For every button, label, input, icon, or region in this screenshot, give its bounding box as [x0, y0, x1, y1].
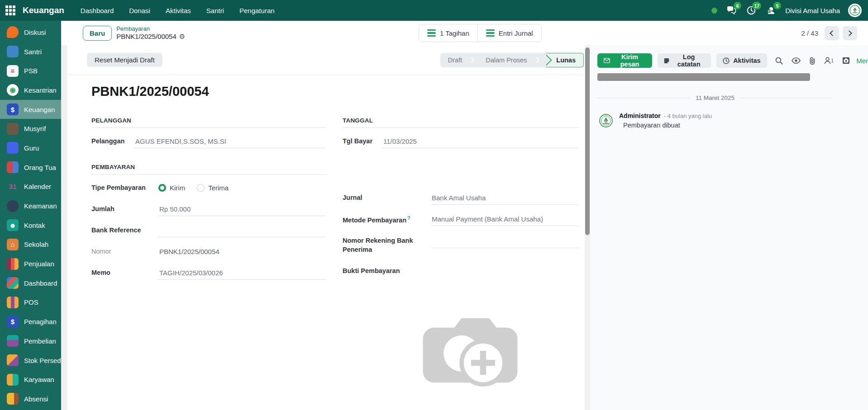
sidebar-item-keuangan[interactable]: $ Keuangan	[0, 100, 61, 119]
radio-kirim[interactable]: Kirim	[158, 184, 185, 192]
sidebar-item-kesantrian[interactable]: ◉ Kesantrian	[0, 80, 61, 100]
pager: 2 / 43	[801, 26, 857, 40]
section-tanggal: TANGGAL	[343, 117, 579, 128]
sidebar-item-penagihan[interactable]: $ Penagihan	[0, 312, 61, 331]
app-title[interactable]: Keuangan	[23, 5, 64, 15]
topbar: Keuangan DashboardDonasiAktivitasSantriP…	[0, 0, 868, 21]
sidebar: Diskusi Santri ≡ PSB ◉ Kesantrian $ Keua…	[0, 21, 61, 410]
followers-icon[interactable]: 1	[824, 57, 834, 64]
user-avatar[interactable]	[848, 4, 862, 17]
sidebar-item-sekolah[interactable]: ⌂ Sekolah	[0, 235, 61, 254]
field-bank-reference: Bank Reference	[91, 225, 326, 237]
pelanggan-input[interactable]: AGUS EFENDI,S.SOS, MS.SI	[134, 136, 326, 148]
sidebar-item-dashboard[interactable]: Dashboard	[0, 273, 61, 293]
clock-icon	[723, 57, 730, 64]
sidebar-item-absensi[interactable]: Absensi	[0, 389, 61, 409]
top-menu-dashboard[interactable]: Dashboard	[81, 7, 114, 14]
metode-pembayaran-input[interactable]: Manual Payment (Bank Amal Usaha)	[431, 214, 579, 226]
list-icon	[427, 29, 436, 37]
sidebar-item-psb[interactable]: ≡ PSB	[0, 61, 61, 80]
jumlah-input[interactable]: Rp 50.000	[158, 204, 326, 216]
activities-clock-icon[interactable]: 17	[745, 5, 757, 16]
top-menu-donasi[interactable]: Donasi	[129, 7, 150, 14]
activities-badge: 17	[752, 2, 761, 9]
sidebar-item-diskusi[interactable]: Diskusi	[0, 23, 61, 42]
snapshot-icon[interactable]	[842, 57, 850, 64]
top-menu-santri[interactable]: Santri	[206, 7, 224, 14]
sidebar-item-musyrif[interactable]: Musyrif	[0, 119, 61, 138]
reset-to-draft-button[interactable]: Reset Menjadi Draft	[87, 53, 162, 67]
radio-selected-icon	[158, 184, 166, 192]
field-rekening: Nomor Rekening Bank Penerima	[343, 235, 579, 254]
message-author[interactable]: Administrator	[619, 112, 661, 119]
mentor-icon	[7, 123, 19, 135]
jurnal-input[interactable]: Bank Amal Usaha	[431, 193, 579, 205]
breadcrumb-current: PBNK1/2025/00054	[116, 33, 176, 40]
new-button[interactable]: Baru	[83, 26, 112, 41]
chatter-toolbar: Kirim pesan Log catatan Aktivitas	[597, 53, 868, 68]
camera-plus-placeholder-icon[interactable]	[418, 309, 522, 396]
activity-button[interactable]: Aktivitas	[716, 53, 767, 68]
presence-indicator-icon	[711, 8, 717, 14]
status-step-dalam-proses[interactable]: Dalam Proses	[478, 53, 546, 67]
control-bar: Baru Pembayaran PBNK1/2025/00054 ⚙ 1 Tag…	[61, 21, 868, 45]
sidebar-item-pos[interactable]: POS	[0, 293, 61, 312]
message-item: Administrator - 4 bulan yang lalu Pembay…	[597, 112, 842, 129]
chatter-panel: Kirim pesan Log catatan Aktivitas	[590, 45, 868, 410]
calendar-icon: 31	[7, 181, 19, 193]
top-menu-aktivitas[interactable]: Aktivitas	[166, 7, 191, 14]
help-icon[interactable]: ?	[407, 215, 410, 221]
sidebar-item-kalender[interactable]: 31 Kalender	[0, 177, 61, 197]
send-message-button[interactable]: Kirim pesan	[597, 53, 652, 68]
payment-requests-icon[interactable]: $ 5	[765, 5, 777, 16]
tagihan-smart-button[interactable]: 1 Tagihan	[419, 24, 477, 42]
paperclip-icon[interactable]	[809, 57, 816, 65]
sidebar-item-keamanan[interactable]: Keamanan	[0, 196, 61, 216]
sidebar-item-karyawan[interactable]: Karyawan	[0, 370, 61, 389]
author-avatar[interactable]	[597, 112, 615, 129]
sidebar-item-orang-tua[interactable]: Orang Tua	[0, 158, 61, 177]
pager-previous-button[interactable]	[825, 26, 839, 40]
dashboard-icon	[7, 277, 19, 289]
top-menu-pengaturan[interactable]: Pengaturan	[239, 7, 275, 14]
nomor-value: PBNK1/2025/00054	[158, 246, 326, 259]
sidebar-item-kontak[interactable]: ☻ Kontak	[0, 216, 61, 235]
section-pembayaran: PEMBAYARAN	[91, 164, 326, 174]
log-note-button[interactable]: Log catatan	[658, 53, 711, 68]
field-tgl-bayar: Tgl Bayar 11/03/2025	[343, 136, 579, 148]
apps-menu-icon[interactable]	[5, 5, 15, 15]
follow-button[interactable]: Mer	[856, 57, 868, 65]
sidebar-item-stok-persediaan[interactable]: Stok Persediaan	[0, 351, 61, 370]
entri-jurnal-smart-button[interactable]: Entri Jurnal	[477, 24, 541, 42]
date-divider: 11 Maret 2025	[597, 94, 833, 101]
status-pipeline: DraftDalam ProsesLunas	[440, 53, 584, 67]
chevron-left-icon	[830, 30, 835, 36]
eye-icon[interactable]	[792, 57, 801, 64]
pager-next-button[interactable]	[843, 26, 857, 40]
scrollbar-thumb[interactable]	[585, 47, 590, 235]
followers-count: 1	[831, 58, 834, 63]
main-area: Baru Pembayaran PBNK1/2025/00054 ⚙ 1 Tag…	[61, 21, 868, 410]
user-menu[interactable]: Divisi Amal Usaha	[785, 7, 840, 14]
vertical-scrollbar[interactable]	[585, 45, 590, 410]
breadcrumb-parent[interactable]: Pembayaran	[116, 26, 185, 33]
billing-icon: $	[7, 316, 19, 328]
status-step-lunas[interactable]: Lunas	[546, 53, 584, 67]
sidebar-item-penjualan[interactable]: Penjualan	[0, 254, 61, 273]
messages-icon[interactable]: 6	[725, 5, 737, 16]
search-messages-icon[interactable]	[775, 57, 783, 65]
sidebar-item-pembelian[interactable]: Pembelian	[0, 331, 61, 351]
radio-terima[interactable]: Terima	[197, 184, 229, 192]
memo-input[interactable]: TAGIH/2025/03/0026	[158, 268, 326, 280]
sidebar-item-santri[interactable]: Santri	[0, 42, 61, 61]
sidebar-item-guru[interactable]: Guru	[0, 138, 61, 158]
tgl-bayar-input[interactable]: 11/03/2025	[382, 136, 579, 148]
gear-icon[interactable]: ⚙	[179, 33, 185, 40]
rekening-input[interactable]	[431, 236, 579, 248]
teacher-icon	[7, 142, 19, 154]
form-view: Reset Menjadi Draft DraftDalam ProsesLun…	[67, 45, 585, 410]
field-jumlah: Jumlah Rp 50.000	[91, 204, 326, 216]
status-step-draft[interactable]: Draft	[440, 53, 478, 67]
message-body: Pembayaran dibuat	[619, 122, 712, 129]
bank-reference-input[interactable]	[158, 225, 326, 237]
